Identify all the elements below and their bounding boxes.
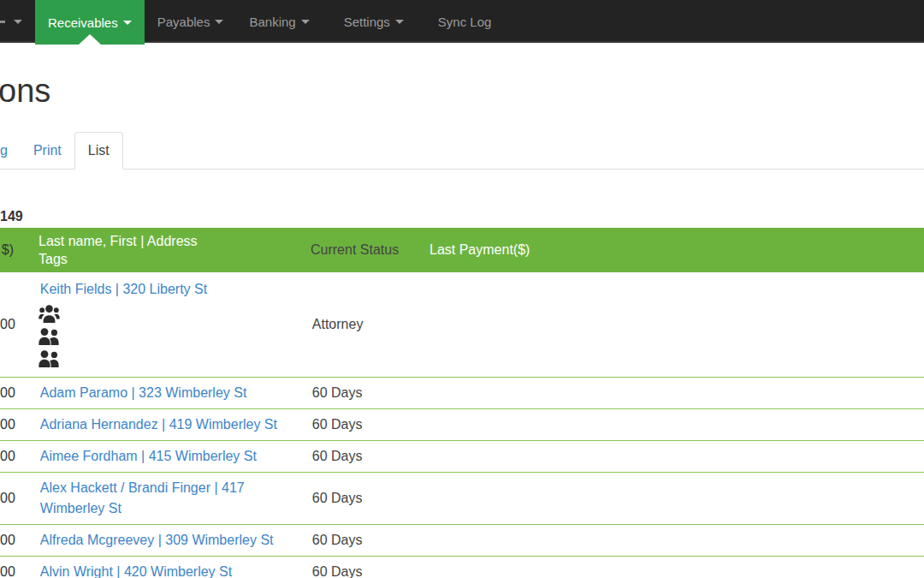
- record-count: 149: [0, 209, 924, 224]
- nav-item-payables[interactable]: Payables: [145, 0, 237, 43]
- partial-text-fragment: [0, 21, 5, 23]
- status-cell: 60 Days: [312, 449, 431, 464]
- page-title: ons: [0, 72, 924, 110]
- customer-link[interactable]: Alvin Wright | 420 Wimberley St: [40, 564, 232, 578]
- nav-item-partial[interactable]: [0, 0, 35, 43]
- nav-item-label: Receivables: [48, 15, 118, 30]
- nav-item-banking[interactable]: Banking: [236, 0, 322, 43]
- collections-table: $) Last name, First | Address Tags Curre…: [0, 228, 924, 578]
- amount-cell: 00: [0, 533, 27, 548]
- top-nav-bar: Receivables Payables Banking Settings Sy…: [0, 0, 924, 43]
- table-row: 00 Adam Paramo | 323 Wimberley St 60 Day…: [0, 378, 924, 409]
- nav-item-receivables[interactable]: Receivables: [35, 0, 145, 45]
- chevron-down-icon: [301, 20, 310, 24]
- table-row: 00 Keith Fields | 320 Liberty St: [0, 272, 924, 378]
- name-cell: Alfreda Mcgreevey | 309 Wimberley St: [27, 525, 312, 556]
- customer-link[interactable]: Adam Paramo | 323 Wimberley St: [40, 385, 247, 400]
- column-header-name-tags: Last name, First | Address Tags: [26, 228, 311, 272]
- column-header-payment: Last Payment($): [429, 228, 924, 272]
- amount-cell: 00: [0, 385, 27, 401]
- nav-item-label: Sync Log: [438, 15, 492, 29]
- active-nav-notch: [79, 34, 101, 45]
- amount-cell: 00: [0, 317, 27, 332]
- amount-cell: 00: [0, 491, 27, 506]
- column-header-name-line1: Last name, First | Address: [38, 232, 311, 250]
- customer-link[interactable]: Adriana Hernandez | 419 Wimberley St: [40, 417, 277, 432]
- tab-print-label[interactable]: Print: [21, 133, 74, 169]
- table-header-row: $) Last name, First | Address Tags Curre…: [0, 228, 924, 272]
- table-row: 00 Aimee Fordham | 415 Wimberley St 60 D…: [0, 441, 924, 473]
- name-cell: Adriana Hernandez | 419 Wimberley St: [27, 409, 312, 440]
- nav-item-label: Banking: [249, 15, 295, 29]
- nav-item-sync-log[interactable]: Sync Log: [425, 0, 505, 43]
- tab-print[interactable]: Print: [21, 133, 74, 169]
- tab-partial[interactable]: g: [0, 133, 21, 169]
- amount-cell: 00: [0, 417, 27, 432]
- customer-link[interactable]: Alex Hackett / Brandi Finger | 417 Wimbe…: [40, 480, 245, 515]
- table-row: 00 Alfreda Mcgreevey | 309 Wimberley St …: [0, 525, 924, 557]
- name-cell: Adam Paramo | 323 Wimberley St: [27, 378, 312, 408]
- column-header-status: Current Status: [311, 228, 429, 272]
- status-cell: 60 Days: [312, 385, 431, 401]
- users-icon: [38, 327, 60, 346]
- users-group-icon: [38, 305, 60, 324]
- name-cell: Alex Hackett / Brandi Finger | 417 Wimbe…: [27, 473, 312, 524]
- column-header-name-line2: Tags: [38, 250, 311, 268]
- status-cell: 60 Days: [312, 417, 431, 432]
- amount-cell: 00: [0, 564, 27, 578]
- nav-item-label: Settings: [344, 15, 390, 29]
- customer-link[interactable]: Aimee Fordham | 415 Wimberley St: [40, 449, 257, 463]
- tab-list[interactable]: List: [74, 132, 123, 169]
- tab-list-label[interactable]: List: [74, 132, 123, 170]
- name-cell: Alvin Wright | 420 Wimberley St: [27, 557, 312, 578]
- nav-item-settings[interactable]: Settings: [331, 0, 417, 43]
- customer-link[interactable]: Keith Fields | 320 Liberty St: [40, 279, 207, 300]
- tag-icon-stack: [38, 305, 60, 368]
- status-cell: 60 Days: [312, 491, 431, 506]
- table-row: 00 Alvin Wright | 420 Wimberley St 60 Da…: [0, 557, 924, 578]
- table-row: 00 Alex Hackett / Brandi Finger | 417 Wi…: [0, 473, 924, 525]
- status-cell: 60 Days: [312, 533, 431, 548]
- nav-item-label: Payables: [157, 15, 210, 29]
- amount-cell: 00: [0, 449, 27, 464]
- chevron-down-icon: [14, 20, 22, 24]
- chevron-down-icon: [395, 20, 404, 24]
- status-cell: 60 Days: [312, 564, 431, 578]
- chevron-down-icon: [123, 21, 132, 25]
- tab-bar: g Print List: [0, 132, 924, 170]
- name-cell: Aimee Fordham | 415 Wimberley St: [27, 441, 312, 472]
- status-cell: Attorney: [312, 317, 431, 332]
- users-icon: [38, 349, 60, 368]
- name-cell: Keith Fields | 320 Liberty St: [27, 272, 312, 377]
- chevron-down-icon: [215, 20, 223, 24]
- customer-link[interactable]: Alfreda Mcgreevey | 309 Wimberley St: [40, 533, 274, 547]
- column-header-amount: $): [0, 228, 26, 272]
- tab-partial-label[interactable]: g: [0, 133, 21, 169]
- table-row: 00 Adriana Hernandez | 419 Wimberley St …: [0, 409, 924, 441]
